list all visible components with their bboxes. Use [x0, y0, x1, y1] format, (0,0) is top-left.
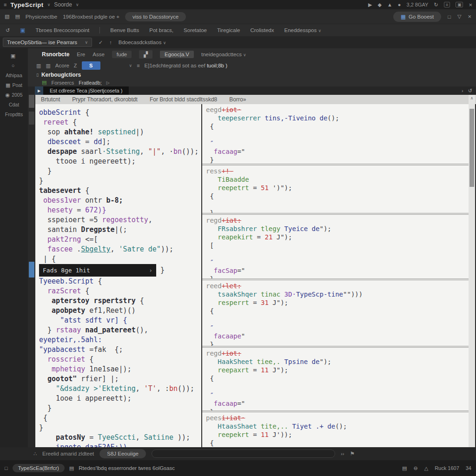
close-panel-icon[interactable]: × — [468, 13, 471, 20]
scheme-dropdown[interactable]: TreceOpSbrtia— ise Pearrars ∨ — [3, 38, 92, 47]
flask-icon[interactable]: ◆ — [378, 2, 382, 8]
tab-ere[interactable]: Ere — [77, 52, 85, 57]
nav-item-5[interactable]: Crolistedx — [250, 27, 274, 33]
panel-tab-row: Rsnorbcte Ere Asse fude ▞ Egooc|a.V tnei… — [35, 48, 476, 60]
sidebar: ▣ ○ Athipaa ▦Poat ◉2005 Cdat Fropdtts — [0, 48, 28, 447]
monitor-icon[interactable]: ▤ — [15, 13, 20, 20]
code-line: rereet { — [39, 118, 201, 127]
tab-egoocla[interactable]: Egooc|a.V — [160, 51, 194, 58]
grid-icon[interactable]: ▥ — [36, 63, 41, 69]
code-line: { — [206, 192, 469, 200]
chevrons-icon[interactable]: ›› — [341, 451, 344, 456]
flag-icon[interactable]: ▶ — [368, 2, 372, 8]
history-icon[interactable]: ↺ — [6, 27, 10, 33]
tab-rsnorbcte[interactable]: Rsnorbcte — [42, 51, 69, 58]
refresh-icon[interactable]: ↺ — [468, 88, 472, 94]
sync-icon[interactable]: ↻ — [434, 2, 438, 8]
nav-item-1[interactable]: Benve Butts — [110, 27, 139, 33]
breadcrumb-item-1[interactable]: Prypr Thoradort, dkorobtdt — [72, 96, 138, 103]
breadcrumb-item-0[interactable]: Brtutcnt — [41, 96, 60, 103]
flag-icon[interactable]: ⚑ — [350, 450, 355, 457]
breakpoint-marker[interactable] — [29, 262, 34, 278]
sidebar-item-2005[interactable]: ◉2005 — [6, 91, 23, 99]
nav-item-3[interactable]: Soretatoe — [184, 27, 207, 33]
window-outline-icon[interactable]: □ — [5, 465, 8, 471]
ide-window: ≡ TypeScript ∨ Soorde ∨ ▶ ◆ ▲ ● 3,2 8GAY… — [0, 0, 476, 476]
diff-card: reed+let: tsaakShqer tinac 3D·TypeScp-ti… — [202, 280, 469, 346]
sidebar-item-poat[interactable]: ▦Poat — [6, 81, 22, 89]
target-combo[interactable]: Bdoecasdckstlaos ∨ — [119, 40, 166, 45]
nav-item-4[interactable]: Tiregicale — [217, 27, 240, 33]
tab-fude[interactable]: fude — [112, 51, 132, 58]
filter-icon[interactable]: ▽ — [457, 13, 461, 20]
code-line — [206, 383, 469, 391]
next-tab-icon[interactable]: › — [462, 88, 463, 93]
sidebar-item-athipaa[interactable]: Athipaa — [6, 72, 22, 79]
tab-dropdown[interactable]: tneidegoadcttecs ∨ — [201, 52, 246, 57]
feedback-icon[interactable]: ● — [398, 2, 401, 7]
bell-icon[interactable]: △ — [424, 465, 428, 471]
account-icon[interactable]: ∴ — [33, 451, 37, 457]
check-icon[interactable]: ✓ — [99, 40, 103, 46]
code-line: peesi+iat· — [206, 414, 469, 422]
save-icon[interactable]: ▤ — [69, 465, 74, 471]
gutter-mark — [29, 112, 34, 125]
chevron-down-icon[interactable]: ∨ — [47, 2, 51, 7]
pin-icon[interactable]: ↑ — [109, 40, 112, 45]
menu-icon[interactable]: ≡ — [137, 63, 139, 68]
book-icon[interactable]: ▤ — [402, 465, 407, 471]
acore-label[interactable]: Acore — [55, 63, 69, 68]
menu-bar: ↺ ▣ Tbroes Brecocorspoint Benve Butts Po… — [0, 24, 476, 36]
breadcrumb-item-3[interactable]: Borro» — [229, 96, 246, 103]
tab-asse[interactable]: Asse — [93, 52, 105, 57]
cursor-tool-icon[interactable]: ▶ — [35, 86, 43, 95]
window-layout-icon[interactable]: ▣ — [456, 2, 463, 7]
circle-icon[interactable]: ⊖ — [413, 465, 417, 471]
code-line: apterstoy rspertstry { — [39, 296, 201, 306]
autocomplete-popup[interactable]: Fads 8ge 1hit› — [39, 264, 156, 277]
grid-icon[interactable]: ▥ — [46, 63, 50, 69]
z-tool-icon[interactable]: Z — [74, 63, 77, 68]
sidebar-item-archive[interactable]: ▣ — [11, 52, 17, 60]
chevron-down-icon[interactable]: ∨ — [129, 63, 132, 68]
code-pane-right[interactable]: eegd+iot· teepeserrer tins,-Tiveino de()… — [202, 104, 469, 447]
window-blue-icon[interactable]: ▣ — [20, 27, 25, 33]
bug-icon[interactable]: ▲ — [387, 2, 392, 7]
scrollbar[interactable]: ∧ — [469, 95, 475, 447]
nav-item-0[interactable]: Tbroes Brecocorspoint — [36, 27, 90, 33]
list-view-icon[interactable]: ≡ — [444, 2, 450, 7]
code-line: rosscriet { — [39, 355, 201, 364]
sidebar-item-circle[interactable]: ○ — [12, 62, 17, 69]
toolbar-label-a[interactable]: Physicnectbe — [26, 14, 57, 20]
restore-window-icon[interactable]: □ — [448, 14, 451, 20]
code-line: } — [206, 156, 469, 164]
user-icon[interactable]: ▞ — [139, 50, 152, 59]
file-label[interactable]: Forseercs — [51, 80, 74, 86]
code-line: HtaasShaet tite,.. Tiyet .+ de(); — [206, 422, 469, 430]
chart-icon[interactable]: ▧ — [5, 13, 9, 20]
nav-item-2[interactable]: Pot bracs, — [149, 27, 173, 33]
code-line: resperrt = 31 J"); — [206, 298, 469, 307]
field-label[interactable]: Fratleadb; — [79, 80, 102, 86]
nav-item-6[interactable]: Eneddesspos ∨ — [284, 27, 322, 33]
boost-button[interactable]: ▦ Go Booest — [393, 12, 441, 22]
code-line: HaakSheet tiee,. Tpsine de"); — [206, 357, 469, 366]
code-pane-left[interactable]: obbeScrint { rereet { sop ahtahe! sepsti… — [35, 104, 201, 447]
run-button[interactable]: S — [82, 61, 100, 70]
hamburger-menu-icon[interactable]: ≡ — [4, 2, 7, 7]
scrollbar-thumb[interactable] — [469, 109, 474, 187]
language-mode-pill[interactable]: TypeScEa(Brrfcr) — [13, 464, 65, 472]
breadcrumb-item-2[interactable]: For Brdot bldd stacdltsskd8 — [150, 96, 217, 103]
menu-soorde[interactable]: Soorde — [54, 1, 72, 8]
sidebar-item-fropdtts[interactable]: Fropdtts — [5, 111, 23, 118]
sidebar-item-cdat[interactable]: Cdat — [9, 101, 19, 108]
toolbar-label-b[interactable]: 196Broxbest pdgle oe + — [63, 14, 119, 20]
editor-tab[interactable]: Est cdlrese Teca jSloertjcoseta ) — [43, 86, 129, 95]
encoding-button[interactable]: S8J Eeouiige — [99, 449, 146, 458]
command-input[interactable] — [152, 450, 335, 458]
close-icon[interactable]: × — [469, 1, 472, 8]
chevron-down-icon[interactable]: ∨ — [76, 2, 79, 7]
scroll-up-icon[interactable]: ∧ — [469, 96, 475, 100]
code-line: { — [206, 439, 469, 447]
search-input[interactable]: viss to Dacsstoryce — [125, 12, 186, 21]
